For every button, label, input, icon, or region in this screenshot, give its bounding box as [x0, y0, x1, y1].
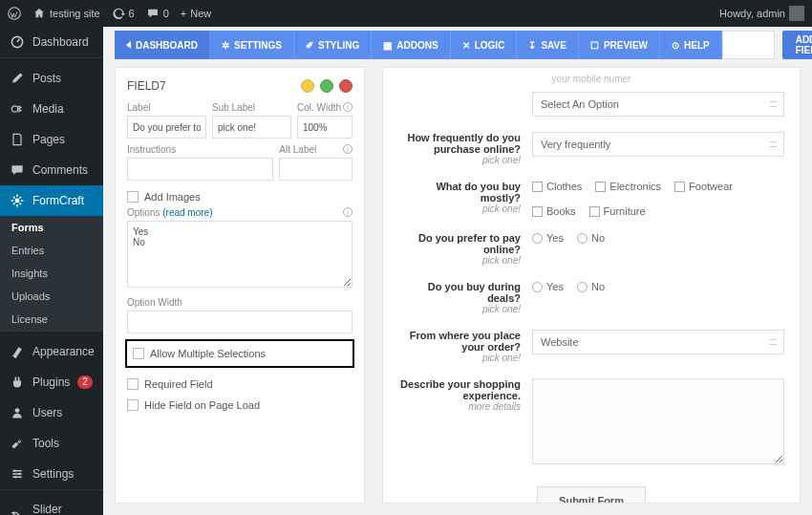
- menu-media[interactable]: Media: [0, 94, 103, 124]
- tb-logic[interactable]: ✕LOGIC: [451, 31, 518, 59]
- read-more-link[interactable]: (read more): [162, 207, 212, 218]
- svg-point-0: [9, 8, 21, 20]
- svg-point-4: [15, 408, 20, 413]
- field-buy-mostly: What do you buy mostly?pick one! Clothes…: [398, 181, 784, 217]
- comments-link[interactable]: 0: [146, 7, 169, 20]
- field-label: Describe your shopping experience.: [398, 378, 521, 401]
- inp-optwidth[interactable]: [127, 311, 353, 333]
- tb-dashboard[interactable]: DASHBOARD: [115, 31, 210, 59]
- field-sublabel: pick one!: [398, 155, 521, 165]
- checkbox-icon: [127, 191, 139, 203]
- inp-sub[interactable]: [212, 116, 291, 139]
- tb-help[interactable]: ⊙HELP: [660, 31, 722, 59]
- inp-instr[interactable]: [127, 158, 273, 181]
- select-where[interactable]: Website: [532, 330, 784, 354]
- new-link[interactable]: +New: [181, 8, 211, 19]
- chk-allow-multi[interactable]: Allow Multiple Selections: [129, 345, 351, 362]
- textarea-describe[interactable]: [532, 378, 784, 464]
- tb-preview[interactable]: ☐PREVIEW: [579, 31, 660, 59]
- menu-posts[interactable]: Posts: [0, 63, 103, 94]
- info-icon[interactable]: i: [343, 102, 353, 112]
- opt-no[interactable]: No: [577, 232, 605, 244]
- tb-styling[interactable]: ✐STYLING: [294, 31, 372, 59]
- chk-required[interactable]: Required Field: [127, 374, 353, 395]
- submenu-insights[interactable]: Insights: [0, 262, 103, 285]
- opt-yes[interactable]: Yes: [532, 281, 564, 292]
- submenu-uploads[interactable]: Uploads: [0, 285, 103, 308]
- opt-furniture[interactable]: Furniture: [589, 205, 646, 217]
- field-sublabel: pick one!: [398, 255, 521, 266]
- plugin-badge: 2: [77, 376, 93, 389]
- radio-group: Yes No: [532, 232, 784, 244]
- opt-footwear[interactable]: Footwear: [674, 181, 733, 192]
- menu-pages[interactable]: Pages: [0, 124, 103, 155]
- submenu-license[interactable]: License: [0, 308, 103, 331]
- top-placeholder: your mobile numer: [398, 74, 784, 84]
- field-sublabel: pick one!: [398, 204, 521, 214]
- submit-button[interactable]: Submit Form: [537, 486, 646, 504]
- site-link[interactable]: testing site: [32, 7, 100, 20]
- inp-col[interactable]: [297, 116, 353, 139]
- tb-save[interactable]: ↧SAVE: [517, 31, 579, 59]
- chk-add-images[interactable]: Add Images: [127, 186, 353, 207]
- menu-formcraft[interactable]: FormCraft: [0, 185, 103, 216]
- minimize-icon[interactable]: [301, 79, 314, 93]
- menu-dashboard[interactable]: Dashboard: [0, 27, 103, 57]
- select-1[interactable]: Select An Option: [532, 92, 784, 117]
- field-sublabel: pick one!: [398, 353, 521, 363]
- svg-point-5: [13, 470, 15, 472]
- radio-icon: [577, 233, 588, 244]
- field-title: FIELD7: [127, 79, 166, 93]
- field-sublabel: pick one!: [398, 304, 521, 314]
- menu-appearance[interactable]: Appearance: [0, 336, 103, 367]
- opt-electronics[interactable]: Electronics: [595, 181, 661, 192]
- form-preview: your mobile numer Select An Option How f…: [382, 67, 801, 504]
- menu-users[interactable]: Users: [0, 397, 103, 428]
- opt-yes[interactable]: Yes: [532, 232, 564, 244]
- info-icon-2[interactable]: i: [343, 144, 353, 154]
- info-icon-3[interactable]: i: [343, 207, 353, 217]
- submenu-forms[interactable]: Forms: [0, 216, 103, 239]
- opt-clothes[interactable]: Clothes: [532, 181, 582, 192]
- menu-plugins[interactable]: Plugins2: [0, 367, 103, 397]
- save-icon: ↧: [528, 40, 536, 51]
- submenu-entries[interactable]: Entries: [0, 239, 103, 262]
- howdy[interactable]: Howdy, admin: [719, 6, 804, 21]
- menu-tools[interactable]: Tools: [0, 428, 103, 459]
- logic-icon: ✕: [462, 40, 470, 51]
- menu-slider[interactable]: Slider Revolution: [0, 495, 103, 515]
- select-frequency[interactable]: Very frequently: [532, 132, 784, 157]
- inp-label[interactable]: [127, 116, 206, 139]
- svg-point-7: [14, 476, 16, 478]
- lbl-alt: Alt Labeli: [279, 144, 353, 155]
- duplicate-icon[interactable]: [320, 79, 333, 93]
- chk-hide[interactable]: Hide Field on Page Load: [127, 395, 353, 416]
- menu-comments[interactable]: Comments: [0, 155, 103, 185]
- admin-bar: testing site 6 0 +New Howdy, admin: [0, 0, 812, 27]
- checkbox-icon: [589, 206, 600, 217]
- inp-alt[interactable]: [279, 158, 353, 181]
- field-label: Do you buy during deals?: [398, 281, 521, 304]
- tb-settings[interactable]: ✲SETTINGS: [210, 31, 294, 59]
- checkbox-icon: [127, 399, 139, 411]
- lbl-col: Col. Widthi: [297, 102, 353, 113]
- submit-row: Submit Form: [398, 486, 784, 504]
- checkbox-icon: [532, 182, 543, 192]
- field-sublabel: more details: [398, 401, 521, 412]
- delete-icon[interactable]: [339, 79, 353, 93]
- checkbox-icon: [133, 348, 144, 359]
- wp-logo[interactable]: [8, 7, 21, 20]
- updates-link[interactable]: 6: [112, 7, 135, 20]
- toolbar-extra-input[interactable]: [722, 31, 775, 59]
- avatar-icon: [789, 6, 804, 21]
- add-field-button[interactable]: ADD FIELD: [782, 31, 812, 59]
- checkbox-icon: [674, 182, 685, 192]
- gear-icon: ✲: [222, 40, 229, 51]
- opt-no[interactable]: No: [577, 281, 605, 292]
- ta-options[interactable]: Yes No: [127, 221, 353, 288]
- opt-books[interactable]: Books: [532, 205, 576, 217]
- field-label: From where you place your order?: [398, 330, 521, 353]
- tb-addons[interactable]: ▦ADDONS: [372, 31, 450, 59]
- menu-settings[interactable]: Settings: [0, 459, 103, 489]
- admin-sidebar: Dashboard Posts Media Pages Comments For…: [0, 27, 103, 515]
